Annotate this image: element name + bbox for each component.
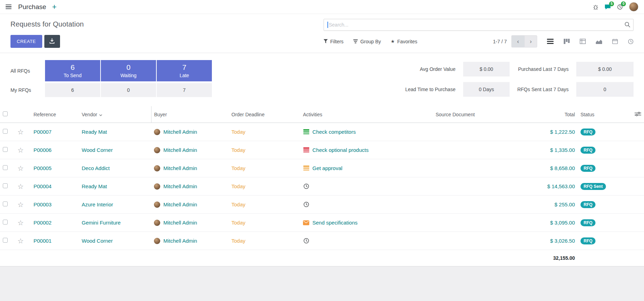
table-row[interactable]: ☆ P00003 Azure Interior Mitchell Admin T… [0, 196, 644, 214]
activity-icon[interactable] [303, 238, 309, 244]
view-kanban-icon[interactable] [564, 39, 570, 44]
view-activity-icon[interactable] [628, 39, 634, 44]
favorite-star-icon[interactable]: ☆ [17, 237, 24, 245]
column-header-source[interactable]: Source Document [433, 106, 522, 123]
activity-icon[interactable] [303, 183, 309, 189]
vendor-link[interactable]: Wood Corner [82, 147, 113, 153]
reference-link[interactable]: P00003 [34, 201, 52, 207]
column-header-deadline[interactable]: Order Deadline [229, 106, 300, 123]
filters-label: Filters [330, 39, 343, 44]
activity-icon[interactable] [303, 201, 309, 207]
activity-label[interactable]: Check optional products [312, 147, 369, 153]
buyer-link[interactable]: Mitchell Admin [163, 129, 197, 135]
status-badge: RFQ [580, 147, 595, 154]
view-graph-icon[interactable] [596, 39, 602, 44]
buyer-link[interactable]: Mitchell Admin [163, 147, 197, 153]
filters-button[interactable]: Filters [324, 39, 343, 44]
column-header-activities[interactable]: Activities [300, 106, 433, 123]
reference-link[interactable]: P00004 [34, 183, 52, 189]
row-checkbox[interactable] [3, 238, 8, 243]
activity-icon[interactable] [303, 129, 309, 134]
debug-bug-icon[interactable] [593, 4, 598, 10]
buyer-link[interactable]: Mitchell Admin [163, 201, 197, 207]
messages-icon[interactable]: 5 [605, 4, 611, 10]
order-deadline: Today [231, 129, 245, 135]
column-header-total[interactable]: Total [522, 106, 578, 123]
table-row[interactable]: ☆ P00005 Deco Addict Mitchell Admin Toda… [0, 159, 644, 177]
pager-next-button[interactable]: › [524, 35, 537, 47]
tile-waiting[interactable]: 0 Waiting [101, 60, 156, 81]
buyer-link[interactable]: Mitchell Admin [163, 165, 197, 171]
plus-icon[interactable]: + [51, 3, 57, 11]
export-button[interactable] [44, 35, 60, 48]
buyer-link[interactable]: Mitchell Admin [163, 220, 197, 226]
activity-label[interactable]: Send specifications [312, 220, 357, 226]
user-avatar[interactable] [629, 2, 638, 12]
tile-to-send[interactable]: 6 To Send [45, 60, 100, 81]
my-tile-late[interactable]: 7 [157, 83, 212, 97]
row-checkbox[interactable] [3, 183, 8, 188]
favorite-star-icon[interactable]: ☆ [17, 183, 24, 190]
favorite-star-icon[interactable]: ☆ [17, 128, 24, 136]
table-row[interactable]: ☆ P00007 Ready Mat Mitchell Admin Today … [0, 123, 644, 141]
row-checkbox[interactable] [3, 147, 8, 152]
source-document [433, 123, 522, 141]
row-checkbox[interactable] [3, 129, 8, 134]
pager-previous-button[interactable]: ‹ [511, 35, 524, 47]
sort-descending-icon [99, 112, 102, 117]
tile-late[interactable]: 7 Late [157, 60, 212, 81]
app-title[interactable]: Purchase [18, 3, 46, 11]
table-row[interactable]: ☆ P00002 Gemini Furniture Mitchell Admin… [0, 214, 644, 232]
create-button[interactable]: CREATE [10, 35, 42, 48]
table-row[interactable]: ☆ P00001 Wood Corner Mitchell Admin Toda… [0, 232, 644, 250]
view-list-icon[interactable] [547, 39, 554, 44]
vendor-link[interactable]: Deco Addict [82, 165, 110, 171]
view-calendar-icon[interactable] [612, 39, 618, 44]
kpi-rfqs-sent-7d: 0 [576, 82, 634, 97]
vendor-link[interactable]: Gemini Furniture [82, 220, 121, 226]
activities-clock-icon[interactable]: 0 [617, 4, 623, 10]
column-header-status[interactable]: Status [578, 106, 629, 123]
favorite-star-icon[interactable]: ☆ [17, 219, 24, 227]
reference-link[interactable]: P00005 [34, 165, 52, 171]
my-tile-waiting[interactable]: 0 [101, 83, 156, 97]
reference-link[interactable]: P00007 [34, 129, 52, 135]
favorite-star-icon[interactable]: ☆ [17, 146, 24, 154]
favorite-star-icon[interactable]: ☆ [17, 201, 24, 208]
reference-link[interactable]: P00001 [34, 238, 52, 244]
row-checkbox[interactable] [3, 165, 8, 170]
total-amount: $ 255.00 [555, 201, 575, 207]
column-header-reference[interactable]: Reference [31, 106, 79, 123]
select-all-checkbox[interactable] [3, 111, 8, 116]
table-row[interactable]: ☆ P00006 Wood Corner Mitchell Admin Toda… [0, 141, 644, 159]
group-by-button[interactable]: Group By [353, 39, 381, 44]
row-checkbox[interactable] [3, 201, 8, 206]
search-icon[interactable] [624, 22, 630, 29]
favorites-button[interactable]: ★ Favorites [391, 39, 417, 44]
table-row[interactable]: ☆ P00004 Ready Mat Mitchell Admin Today … [0, 177, 644, 196]
activity-label[interactable]: Check competitors [312, 129, 356, 135]
row-checkbox[interactable] [3, 220, 8, 225]
order-deadline: Today [231, 201, 245, 207]
activity-icon[interactable] [303, 166, 309, 171]
column-header-buyer[interactable]: Buyer [151, 106, 229, 123]
reference-link[interactable]: P00002 [34, 220, 52, 226]
tile-to-send-label: To Send [64, 73, 81, 78]
apps-menu-icon[interactable] [4, 3, 13, 10]
vendor-link[interactable]: Wood Corner [82, 238, 113, 244]
activity-icon[interactable] [303, 220, 309, 225]
optional-columns-icon[interactable] [635, 112, 641, 117]
vendor-link[interactable]: Ready Mat [82, 129, 107, 135]
reference-link[interactable]: P00006 [34, 147, 52, 153]
buyer-link[interactable]: Mitchell Admin [163, 238, 197, 244]
search-input[interactable] [324, 19, 634, 31]
my-tile-to-send[interactable]: 6 [45, 83, 100, 97]
vendor-link[interactable]: Ready Mat [82, 183, 107, 189]
activity-icon[interactable] [303, 147, 309, 153]
vendor-link[interactable]: Azure Interior [82, 201, 113, 207]
buyer-link[interactable]: Mitchell Admin [163, 183, 197, 189]
view-pivot-icon[interactable] [580, 39, 586, 44]
column-header-vendor[interactable]: Vendor [79, 106, 151, 123]
activity-label[interactable]: Get approval [312, 165, 342, 171]
favorite-star-icon[interactable]: ☆ [17, 164, 24, 172]
